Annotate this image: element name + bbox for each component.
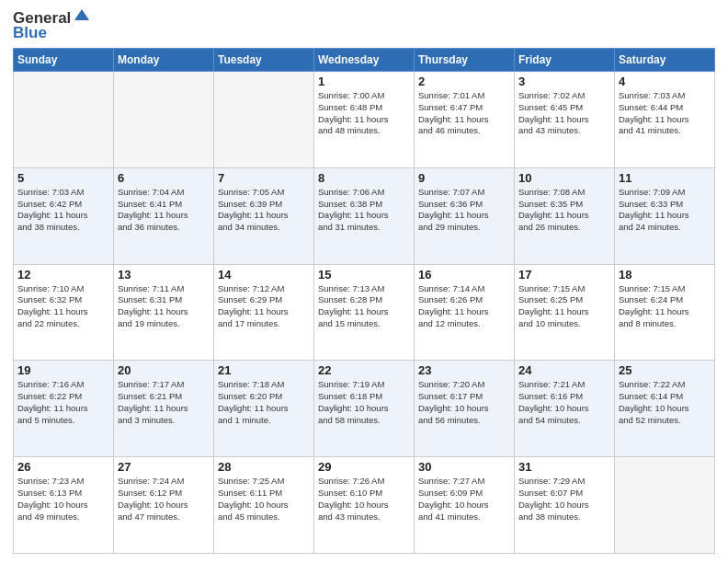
day-info: Sunrise: 7:06 AM Sunset: 6:38 PM Dayligh…	[318, 187, 410, 234]
day-info: Sunrise: 7:15 AM Sunset: 6:25 PM Dayligh…	[518, 283, 610, 330]
day-number: 3	[518, 75, 610, 88]
calendar-cell: 23Sunrise: 7:20 AM Sunset: 6:17 PM Dayli…	[415, 361, 515, 457]
day-number: 11	[619, 171, 711, 185]
calendar-cell	[615, 457, 715, 554]
day-info: Sunrise: 7:22 AM Sunset: 6:14 PM Dayligh…	[619, 379, 711, 426]
calendar-cell: 2Sunrise: 7:01 AM Sunset: 6:47 PM Daylig…	[415, 72, 515, 168]
calendar-cell: 6Sunrise: 7:04 AM Sunset: 6:41 PM Daylig…	[114, 167, 214, 264]
logo-blue: Blue	[13, 24, 47, 42]
day-info: Sunrise: 7:21 AM Sunset: 6:16 PM Dayligh…	[518, 379, 610, 426]
calendar-cell: 4Sunrise: 7:03 AM Sunset: 6:44 PM Daylig…	[615, 72, 715, 168]
calendar-cell: 7Sunrise: 7:05 AM Sunset: 6:39 PM Daylig…	[214, 167, 314, 264]
day-info: Sunrise: 7:25 AM Sunset: 6:11 PM Dayligh…	[218, 476, 310, 523]
day-info: Sunrise: 7:14 AM Sunset: 6:26 PM Dayligh…	[418, 283, 510, 330]
calendar-cell: 25Sunrise: 7:22 AM Sunset: 6:14 PM Dayli…	[615, 361, 715, 457]
day-number: 15	[318, 268, 410, 282]
calendar-cell: 13Sunrise: 7:11 AM Sunset: 6:31 PM Dayli…	[114, 264, 214, 361]
calendar-cell: 14Sunrise: 7:12 AM Sunset: 6:29 PM Dayli…	[214, 264, 314, 361]
calendar-week-row: 26Sunrise: 7:23 AM Sunset: 6:13 PM Dayli…	[14, 457, 715, 554]
calendar-cell: 26Sunrise: 7:23 AM Sunset: 6:13 PM Dayli…	[14, 457, 114, 554]
day-number: 20	[118, 363, 210, 377]
day-info: Sunrise: 7:16 AM Sunset: 6:22 PM Dayligh…	[17, 379, 109, 426]
day-info: Sunrise: 7:27 AM Sunset: 6:09 PM Dayligh…	[418, 476, 510, 523]
day-info: Sunrise: 7:00 AM Sunset: 6:48 PM Dayligh…	[318, 90, 410, 137]
day-number: 22	[318, 363, 410, 377]
day-info: Sunrise: 7:19 AM Sunset: 6:18 PM Dayligh…	[318, 379, 410, 426]
logo: General Blue	[13, 9, 91, 42]
day-info: Sunrise: 7:08 AM Sunset: 6:35 PM Dayligh…	[518, 187, 610, 234]
day-info: Sunrise: 7:29 AM Sunset: 6:07 PM Dayligh…	[518, 476, 610, 523]
calendar-cell: 19Sunrise: 7:16 AM Sunset: 6:22 PM Dayli…	[14, 361, 114, 457]
day-number: 30	[418, 460, 510, 474]
calendar-day-header: Wednesday	[314, 49, 415, 72]
day-info: Sunrise: 7:01 AM Sunset: 6:47 PM Dayligh…	[418, 90, 510, 137]
calendar-header-row: SundayMondayTuesdayWednesdayThursdayFrid…	[14, 49, 715, 72]
calendar-cell: 31Sunrise: 7:29 AM Sunset: 6:07 PM Dayli…	[515, 457, 615, 554]
day-number: 4	[619, 75, 711, 88]
calendar-cell: 15Sunrise: 7:13 AM Sunset: 6:28 PM Dayli…	[314, 264, 415, 361]
day-number: 12	[17, 268, 109, 282]
day-number: 14	[218, 268, 310, 282]
day-number: 13	[118, 268, 210, 282]
day-number: 10	[518, 171, 610, 185]
calendar-day-header: Thursday	[415, 49, 515, 72]
calendar-week-row: 1Sunrise: 7:00 AM Sunset: 6:48 PM Daylig…	[14, 72, 715, 168]
day-number: 1	[318, 75, 410, 88]
day-number: 31	[518, 460, 610, 474]
calendar-cell: 10Sunrise: 7:08 AM Sunset: 6:35 PM Dayli…	[515, 167, 615, 264]
calendar-day-header: Monday	[114, 49, 214, 72]
calendar-cell: 16Sunrise: 7:14 AM Sunset: 6:26 PM Dayli…	[415, 264, 515, 361]
day-info: Sunrise: 7:03 AM Sunset: 6:44 PM Dayligh…	[619, 90, 711, 137]
day-info: Sunrise: 7:17 AM Sunset: 6:21 PM Dayligh…	[118, 379, 210, 426]
day-info: Sunrise: 7:20 AM Sunset: 6:17 PM Dayligh…	[418, 379, 510, 426]
day-number: 19	[17, 363, 109, 377]
day-number: 9	[418, 171, 510, 185]
calendar-cell: 12Sunrise: 7:10 AM Sunset: 6:32 PM Dayli…	[14, 264, 114, 361]
calendar-cell: 9Sunrise: 7:07 AM Sunset: 6:36 PM Daylig…	[415, 167, 515, 264]
day-info: Sunrise: 7:12 AM Sunset: 6:29 PM Dayligh…	[218, 283, 310, 330]
day-info: Sunrise: 7:09 AM Sunset: 6:33 PM Dayligh…	[619, 187, 711, 234]
day-info: Sunrise: 7:18 AM Sunset: 6:20 PM Dayligh…	[218, 379, 310, 426]
day-info: Sunrise: 7:15 AM Sunset: 6:24 PM Dayligh…	[619, 283, 711, 330]
day-number: 21	[218, 363, 310, 377]
day-info: Sunrise: 7:07 AM Sunset: 6:36 PM Dayligh…	[418, 187, 510, 234]
day-number: 7	[218, 171, 310, 185]
calendar-day-header: Friday	[515, 49, 615, 72]
calendar-cell: 24Sunrise: 7:21 AM Sunset: 6:16 PM Dayli…	[515, 361, 615, 457]
day-info: Sunrise: 7:10 AM Sunset: 6:32 PM Dayligh…	[17, 283, 109, 330]
calendar-cell: 18Sunrise: 7:15 AM Sunset: 6:24 PM Dayli…	[615, 264, 715, 361]
day-number: 17	[518, 268, 610, 282]
svg-marker-0	[74, 9, 89, 20]
calendar-cell: 21Sunrise: 7:18 AM Sunset: 6:20 PM Dayli…	[214, 361, 314, 457]
calendar-cell: 27Sunrise: 7:24 AM Sunset: 6:12 PM Dayli…	[114, 457, 214, 554]
day-info: Sunrise: 7:24 AM Sunset: 6:12 PM Dayligh…	[118, 476, 210, 523]
calendar-cell: 11Sunrise: 7:09 AM Sunset: 6:33 PM Dayli…	[615, 167, 715, 264]
calendar-day-header: Tuesday	[214, 49, 314, 72]
calendar-cell	[114, 72, 214, 168]
day-info: Sunrise: 7:02 AM Sunset: 6:45 PM Dayligh…	[518, 90, 610, 137]
day-info: Sunrise: 7:05 AM Sunset: 6:39 PM Dayligh…	[218, 187, 310, 234]
day-number: 8	[318, 171, 410, 185]
calendar-week-row: 19Sunrise: 7:16 AM Sunset: 6:22 PM Dayli…	[14, 361, 715, 457]
calendar-cell: 29Sunrise: 7:26 AM Sunset: 6:10 PM Dayli…	[314, 457, 415, 554]
calendar-table: SundayMondayTuesdayWednesdayThursdayFrid…	[13, 48, 715, 554]
day-number: 25	[619, 363, 711, 377]
day-info: Sunrise: 7:23 AM Sunset: 6:13 PM Dayligh…	[17, 476, 109, 523]
logo-icon	[73, 7, 91, 26]
header: General Blue	[13, 9, 715, 42]
day-number: 28	[218, 460, 310, 474]
day-info: Sunrise: 7:13 AM Sunset: 6:28 PM Dayligh…	[318, 283, 410, 330]
day-info: Sunrise: 7:04 AM Sunset: 6:41 PM Dayligh…	[118, 187, 210, 234]
day-number: 18	[619, 268, 711, 282]
calendar-cell	[214, 72, 314, 168]
day-number: 16	[418, 268, 510, 282]
day-number: 27	[118, 460, 210, 474]
calendar-cell: 1Sunrise: 7:00 AM Sunset: 6:48 PM Daylig…	[314, 72, 415, 168]
calendar-day-header: Sunday	[14, 49, 114, 72]
calendar-cell	[14, 72, 114, 168]
calendar-cell: 8Sunrise: 7:06 AM Sunset: 6:38 PM Daylig…	[314, 167, 415, 264]
calendar-cell: 5Sunrise: 7:03 AM Sunset: 6:42 PM Daylig…	[14, 167, 114, 264]
calendar-day-header: Saturday	[615, 49, 715, 72]
day-number: 2	[418, 75, 510, 88]
calendar-cell: 20Sunrise: 7:17 AM Sunset: 6:21 PM Dayli…	[114, 361, 214, 457]
